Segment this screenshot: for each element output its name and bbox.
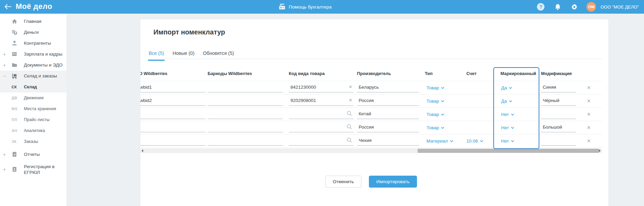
sidebar-subitem-mesta-hraneniya[interactable]: МХ Места хранения — [0, 103, 66, 114]
bell-icon[interactable] — [555, 4, 560, 10]
scroll-left-arrow-icon[interactable] — [141, 149, 143, 152]
search-icon[interactable] — [347, 124, 352, 131]
id-wildberries-field[interactable] — [140, 123, 206, 132]
clear-icon[interactable]: × — [349, 97, 352, 104]
registration-icon — [12, 166, 17, 172]
sidebar-item-contractors[interactable]: Контрагенты — [0, 38, 66, 49]
column-header-type: Тип — [425, 71, 433, 76]
clear-icon[interactable]: × — [349, 84, 352, 90]
dropdown-value: Да — [501, 85, 507, 90]
money-icon: ₽ — [12, 29, 17, 35]
sidebar-item-warehouse[interactable]: − Склад и заказы — [0, 71, 66, 82]
column-header-barcodes: Баркоды Wildberries — [208, 71, 252, 76]
delete-row-icon[interactable]: × — [585, 81, 593, 94]
modification-field[interactable] — [541, 109, 576, 119]
delete-row-icon[interactable]: × — [585, 108, 593, 121]
sidebar-item-documents[interactable]: + Документы и ЭДО — [0, 60, 66, 71]
import-button[interactable]: Импортировать — [369, 176, 417, 188]
sidebar-item-label: Склад и заказы — [24, 71, 57, 82]
product-code-field[interactable]: 8421230000 × — [289, 83, 354, 92]
marked-dropdown[interactable]: Нет — [501, 108, 514, 121]
scroll-right-arrow-icon[interactable] — [599, 149, 601, 152]
id-wildberries-field[interactable]: wbid1 — [140, 83, 206, 92]
company-name[interactable]: ООО "МОЕ ДЕЛО" — [600, 4, 639, 10]
marked-dropdown[interactable]: Нет — [501, 134, 514, 147]
producer-field[interactable]: Россия — [357, 96, 419, 106]
horizontal-scrollbar[interactable] — [140, 148, 602, 153]
producer-field[interactable]: Чехия — [357, 136, 419, 146]
product-code-field[interactable] — [289, 123, 354, 132]
marked-dropdown[interactable]: Да — [501, 81, 512, 94]
id-wildberries-field[interactable] — [140, 109, 206, 119]
producer-field[interactable]: Беларусь — [357, 83, 419, 92]
sidebar-subitem-analitika[interactable]: АН Аналитика — [0, 125, 66, 136]
sidebar-subitem-prays-listy[interactable]: ПЛ Прайс-листы — [0, 114, 66, 125]
column-header-modification: Модификация — [541, 71, 572, 76]
scrollbar-thumb[interactable] — [418, 149, 599, 153]
barcodes-field[interactable] — [208, 83, 283, 92]
modification-field[interactable]: Большой — [541, 123, 576, 132]
action-buttons: Отменить Импортировать — [140, 176, 602, 188]
barcodes-field[interactable] — [208, 109, 283, 119]
import-table: ID Wildberries Баркоды Wildberries Код в… — [140, 59, 602, 148]
avatar[interactable]: ОМ — [586, 2, 596, 12]
producer-field[interactable]: Россия — [357, 123, 419, 132]
expand-plus-icon[interactable]: + — [2, 60, 7, 71]
sidebar-item-registration[interactable]: + Регистрация в ЕГРЮЛ — [0, 162, 66, 177]
barcodes-field[interactable] — [208, 136, 283, 146]
type-dropdown[interactable]: Товар — [426, 121, 444, 134]
help-icon[interactable]: ? — [537, 3, 544, 11]
search-icon[interactable] — [347, 137, 352, 144]
field-value: Россия — [357, 96, 419, 103]
field-value — [140, 123, 206, 124]
delete-row-icon[interactable]: × — [585, 134, 593, 147]
account-dropdown[interactable]: 10.06 — [466, 134, 483, 147]
sidebar-item-home[interactable]: Главная — [0, 16, 66, 27]
sidebar-item-reports[interactable]: + Отчеты — [0, 149, 66, 160]
subitem-label: Движение — [24, 92, 44, 103]
accountant-help-link[interactable]: Помощь бухгалтера — [279, 0, 331, 14]
chevron-down-icon — [441, 86, 444, 89]
modification-field[interactable]: Синяя — [541, 83, 576, 92]
product-code-field[interactable] — [289, 136, 354, 146]
chevron-down-icon — [511, 126, 514, 129]
cancel-button[interactable]: Отменить — [325, 176, 361, 188]
chevron-down-icon — [441, 100, 444, 102]
id-wildberries-field[interactable]: wbid2 — [140, 96, 206, 106]
dropdown-value: Товар — [426, 99, 439, 104]
type-dropdown[interactable]: Материал — [426, 134, 453, 147]
delete-row-icon[interactable]: × — [585, 94, 593, 107]
type-dropdown[interactable]: Товар — [426, 94, 444, 107]
barcodes-field[interactable] — [208, 96, 283, 106]
sidebar-subitem-dvizhenie[interactable]: ДВ Движение — [0, 92, 66, 103]
subitem-code: АН — [12, 125, 17, 136]
modification-field[interactable] — [541, 136, 576, 146]
delete-row-icon[interactable]: × — [585, 121, 593, 134]
barcodes-field[interactable] — [208, 123, 283, 132]
search-icon[interactable] — [347, 111, 352, 118]
type-dropdown[interactable]: Товар — [426, 108, 444, 121]
collapse-minus-icon[interactable]: − — [2, 71, 7, 82]
modification-field[interactable]: Чёрный — [541, 96, 576, 106]
back-arrow-icon[interactable] — [4, 4, 12, 11]
sidebar-item-salary[interactable]: + Зарплата и кадры — [0, 49, 66, 60]
field-value — [541, 109, 576, 111]
dropdown-value: Материал — [426, 138, 448, 144]
expand-plus-icon[interactable]: + — [2, 149, 7, 160]
sidebar-subitem-zakazy[interactable]: ЗК Заказы — [0, 136, 66, 147]
expand-plus-icon[interactable]: + — [2, 162, 7, 177]
producer-field[interactable]: Китай — [357, 109, 419, 119]
marked-dropdown[interactable]: Нет — [501, 121, 514, 134]
id-wildberries-field[interactable] — [140, 136, 206, 146]
field-value — [140, 109, 206, 111]
sidebar-subitem-sklad[interactable]: СК Склад — [0, 82, 66, 92]
expand-plus-icon[interactable]: + — [2, 49, 7, 60]
marked-dropdown[interactable]: Да — [501, 94, 512, 107]
product-code-field[interactable] — [289, 109, 354, 119]
app-logo[interactable]: Моё дело — [16, 2, 52, 11]
chevron-down-icon — [509, 100, 512, 102]
product-code-field[interactable]: 9202908001 × — [289, 96, 354, 106]
sidebar-item-money[interactable]: ₽ Деньги — [0, 27, 66, 38]
type-dropdown[interactable]: Товар — [426, 81, 444, 94]
gear-icon[interactable] — [571, 4, 578, 10]
